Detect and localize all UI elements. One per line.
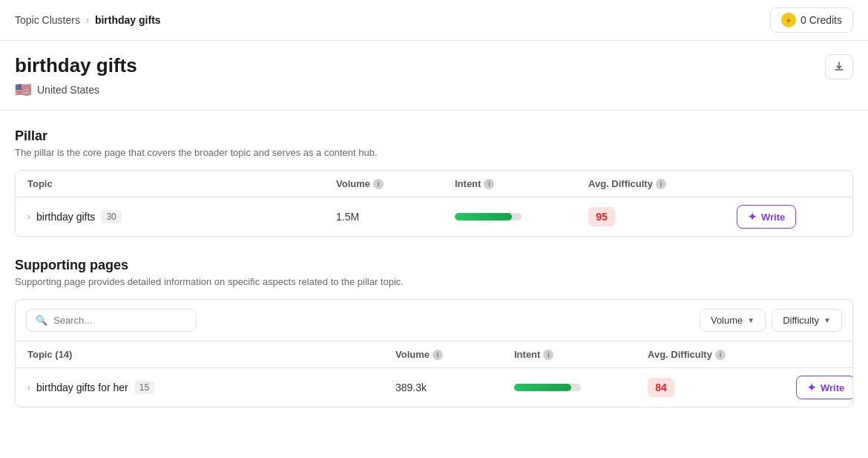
difficulty-badge: 95: [588, 207, 615, 226]
volume-chevron-icon: ▼: [747, 316, 754, 324]
row-action-cell: ✦ Write: [737, 205, 841, 229]
difficulty-filter-button[interactable]: Difficulty ▼: [772, 309, 842, 332]
volume-filter-button[interactable]: Volume ▼: [700, 309, 766, 332]
sub-count-badge: 15: [134, 381, 154, 394]
sub-col-topic: Topic (14): [27, 349, 395, 360]
search-input[interactable]: [53, 315, 187, 326]
page-title-area: birthday gifts 🇺🇸 United States: [0, 41, 868, 111]
sub-row-topic-cell: › birthday gifts for her 15: [27, 381, 395, 394]
sub-expand-arrow[interactable]: ›: [27, 382, 30, 393]
breadcrumb-separator: ›: [86, 15, 89, 25]
row-intent-cell: [455, 213, 588, 220]
coin-icon: ●: [781, 13, 796, 27]
filter-buttons: Volume ▼ Difficulty ▼: [700, 309, 842, 332]
download-icon: [833, 61, 845, 73]
sub-col-difficulty: Avg. Difficulty i: [648, 349, 796, 360]
sub-row-actions: ✦ Write ⋮: [796, 376, 841, 399]
top-header: Topic Clusters › birthday gifts ● 0 Cred…: [0, 0, 868, 41]
pillar-description: The pillar is the core page that covers …: [15, 147, 853, 158]
topic-name: birthday gifts: [36, 211, 95, 223]
supporting-description: Supporting page provides detailed inform…: [15, 276, 853, 287]
breadcrumb: Topic Clusters › birthday gifts: [15, 14, 161, 26]
page-title-left: birthday gifts 🇺🇸 United States: [15, 54, 137, 98]
intent-bar: [455, 213, 522, 220]
supporting-section: Supporting pages Supporting page provide…: [15, 258, 853, 408]
table-row: › birthday gifts 30 1.5M 95 ✦: [16, 197, 852, 236]
sub-volume-value: 389.3k: [395, 382, 427, 393]
col-actions: [737, 178, 841, 189]
search-box: 🔍: [26, 309, 197, 332]
credits-button[interactable]: ● 0 Credits: [770, 7, 853, 33]
volume-info-icon[interactable]: i: [373, 179, 384, 189]
sub-write-icon: ✦: [807, 382, 816, 393]
sub-col-volume: Volume i: [395, 349, 514, 360]
row-topic-cell: › birthday gifts 30: [27, 210, 336, 223]
sub-intent-bar: [514, 384, 581, 391]
col-intent: Intent i: [455, 178, 588, 189]
col-volume: Volume i: [336, 178, 455, 189]
download-button[interactable]: [825, 54, 853, 79]
page-title: birthday gifts: [15, 54, 137, 77]
credits-label: 0 Credits: [800, 14, 842, 26]
breadcrumb-link[interactable]: Topic Clusters: [15, 14, 80, 26]
search-filter-row: 🔍 Volume ▼ Difficulty ▼: [16, 300, 852, 341]
table-row: › birthday gifts for her 15 389.3k 84: [16, 368, 852, 407]
pillar-table-header: Topic Volume i Intent i Avg. Difficulty …: [16, 171, 852, 197]
pillar-table: Topic Volume i Intent i Avg. Difficulty …: [15, 170, 853, 237]
intent-fill: [455, 213, 512, 220]
expand-arrow[interactable]: ›: [27, 212, 30, 222]
country-row: 🇺🇸 United States: [15, 82, 137, 98]
sub-write-button[interactable]: ✦ Write: [796, 376, 853, 399]
pillar-section: Pillar The pillar is the core page that …: [15, 128, 853, 237]
sub-col-intent: Intent i: [514, 349, 648, 360]
sub-row-intent-cell: [514, 384, 648, 391]
write-button[interactable]: ✦ Write: [737, 205, 796, 229]
difficulty-filter-label: Difficulty: [783, 315, 819, 326]
sub-col-actions: [796, 349, 841, 360]
country-flag: 🇺🇸: [15, 82, 31, 98]
sub-topic-name: birthday gifts for her: [36, 382, 128, 393]
count-badge: 30: [101, 210, 121, 223]
volume-value: 1.5M: [336, 211, 359, 223]
sub-volume-info-icon[interactable]: i: [433, 350, 443, 360]
write-icon: ✦: [748, 211, 757, 223]
intent-info-icon[interactable]: i: [484, 179, 494, 189]
sub-row-difficulty-cell: 84: [648, 378, 796, 397]
pillar-title: Pillar: [15, 128, 853, 144]
sub-difficulty-info-icon[interactable]: i: [715, 350, 726, 360]
sub-row-volume-cell: 389.3k: [395, 382, 514, 393]
sub-difficulty-badge: 84: [648, 378, 674, 397]
difficulty-info-icon[interactable]: i: [656, 179, 666, 189]
breadcrumb-current: birthday gifts: [95, 14, 161, 26]
supporting-table: 🔍 Volume ▼ Difficulty ▼ Topi: [15, 299, 853, 408]
supporting-title: Supporting pages: [15, 258, 853, 273]
sub-intent-fill: [514, 384, 571, 391]
country-name: United States: [37, 84, 99, 96]
search-icon: 🔍: [36, 315, 47, 326]
col-avg-difficulty: Avg. Difficulty i: [588, 178, 737, 189]
supporting-table-header: Topic (14) Volume i Intent i Avg. Diffic…: [16, 341, 852, 368]
col-topic: Topic: [27, 178, 336, 189]
difficulty-chevron-icon: ▼: [823, 316, 831, 324]
content: Pillar The pillar is the core page that …: [0, 111, 868, 425]
sub-intent-info-icon[interactable]: i: [543, 350, 553, 360]
volume-filter-label: Volume: [711, 315, 743, 326]
row-volume-cell: 1.5M: [336, 211, 455, 223]
row-difficulty-cell: 95: [588, 207, 737, 226]
